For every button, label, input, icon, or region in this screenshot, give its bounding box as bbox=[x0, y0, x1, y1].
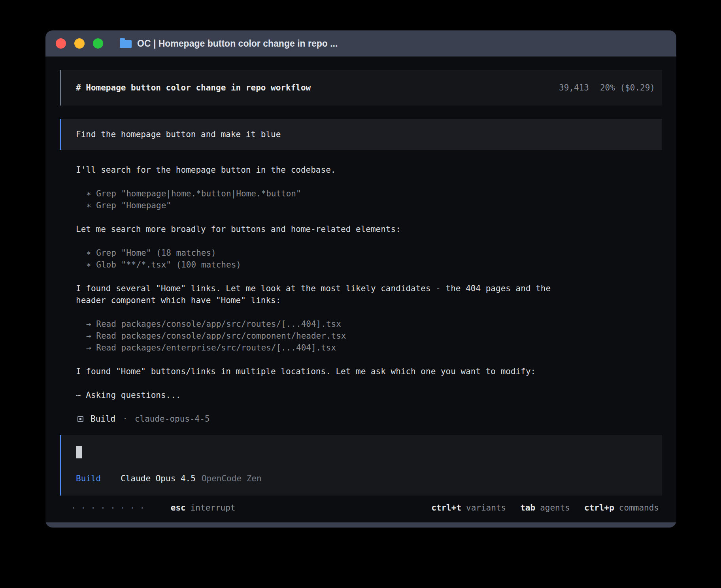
tool-call-line: → Read packages/enterprise/src/routes/[.… bbox=[76, 342, 654, 354]
maximize-window-icon[interactable] bbox=[93, 38, 103, 49]
esc-key: esc bbox=[171, 502, 186, 514]
tool-call-block: ∗ Grep "homepage|home.*button|Home.*butt… bbox=[76, 188, 654, 211]
input-meta-row: Build Claude Opus 4.5 OpenCode Zen bbox=[76, 473, 655, 484]
shortcut-key: ctrl+p bbox=[584, 502, 614, 514]
tool-call-line: → Read packages/console/app/src/routes/[… bbox=[76, 318, 654, 330]
title-group: OC | Homepage button color change in rep… bbox=[120, 38, 338, 49]
tool-call-block: → Read packages/console/app/src/routes/[… bbox=[76, 318, 654, 354]
window-bottom-edge bbox=[45, 522, 676, 528]
assistant-text-block: I found "Home" buttons/links in multiple… bbox=[76, 366, 654, 377]
shortcut-commands: ctrl+p commands bbox=[584, 502, 659, 514]
folder-icon bbox=[120, 40, 132, 48]
assistant-text-line: I found several "Home" links. Let me loo… bbox=[76, 283, 654, 294]
user-message-text: Find the homepage button and make it blu… bbox=[76, 128, 281, 140]
session-header: # Homepage button color change in repo w… bbox=[60, 70, 662, 106]
esc-shortcut: esc interrupt bbox=[171, 502, 236, 514]
tool-call-block: ∗ Grep "Home" (18 matches)∗ Glob "**/*.t… bbox=[76, 247, 654, 271]
assistant-text-block: ~ Asking questions... bbox=[76, 389, 654, 401]
agent-status-row: Build · claude-opus-4-5 bbox=[77, 413, 654, 425]
transcript: I'll search for the homepage button in t… bbox=[76, 164, 654, 401]
assistant-text-block: I found several "Home" links. Let me loo… bbox=[76, 283, 654, 306]
assistant-text-line: header component which have "Home" links… bbox=[76, 294, 654, 306]
shortcut-agents: tab agents bbox=[520, 502, 570, 514]
shortcut-variants: ctrl+t variants bbox=[431, 502, 506, 514]
prompt-input[interactable]: Build Claude Opus 4.5 OpenCode Zen bbox=[60, 435, 662, 496]
shortcut-key: ctrl+t bbox=[431, 502, 461, 514]
title-bar[interactable]: OC | Homepage button color change in rep… bbox=[45, 30, 676, 57]
terminal-content: # Homepage button color change in repo w… bbox=[45, 57, 676, 514]
token-count: 39,413 bbox=[559, 82, 589, 94]
session-title: # Homepage button color change in repo w… bbox=[76, 82, 311, 94]
input-model-label[interactable]: Claude Opus 4.5 bbox=[121, 473, 196, 484]
tool-call-line: ∗ Grep "homepage|home.*button|Home.*butt… bbox=[76, 188, 654, 200]
assistant-text-block: I'll search for the homepage button in t… bbox=[76, 164, 654, 176]
text-cursor bbox=[76, 446, 82, 458]
tool-call-line: ∗ Grep "Home" (18 matches) bbox=[76, 247, 654, 259]
assistant-text-line: I found "Home" buttons/links in multiple… bbox=[76, 366, 654, 377]
minimize-window-icon[interactable] bbox=[74, 38, 85, 49]
input-provider-label: OpenCode Zen bbox=[202, 473, 262, 484]
shortcut-label: commands bbox=[619, 502, 659, 514]
build-agent-icon bbox=[77, 416, 83, 422]
shortcut-label: agents bbox=[540, 502, 570, 514]
traffic-lights bbox=[56, 38, 103, 49]
agent-model: claude-opus-4-5 bbox=[135, 413, 210, 425]
agent-name: Build bbox=[91, 413, 115, 425]
assistant-text-line: I'll search for the homepage button in t… bbox=[76, 164, 654, 176]
shortcut-key: tab bbox=[520, 502, 535, 514]
assistant-text-block: Let me search more broadly for buttons a… bbox=[76, 223, 654, 235]
session-stats: 39,413 20% ($0.29) bbox=[559, 82, 655, 94]
context-cost: 20% ($0.29) bbox=[600, 82, 655, 94]
agent-separator: · bbox=[123, 413, 128, 425]
assistant-text-line: Let me search more broadly for buttons a… bbox=[76, 223, 654, 235]
close-window-icon[interactable] bbox=[56, 38, 66, 49]
tool-call-line: ∗ Glob "**/*.tsx" (100 matches) bbox=[76, 259, 654, 271]
terminal-window: OC | Homepage button color change in rep… bbox=[45, 30, 676, 528]
spinner-dots: ········ bbox=[71, 502, 149, 514]
shortcut-label: variants bbox=[466, 502, 506, 514]
esc-label: interrupt bbox=[191, 502, 236, 514]
shortcut-hints: ctrl+t variants tab agents ctrl+p comman… bbox=[431, 502, 659, 514]
tool-call-line: ∗ Grep "Homepage" bbox=[76, 200, 654, 211]
input-agent-label[interactable]: Build bbox=[76, 473, 101, 484]
user-message: Find the homepage button and make it blu… bbox=[60, 119, 662, 150]
status-bar: ········ esc interrupt ctrl+t variants t… bbox=[60, 501, 662, 514]
window-title: OC | Homepage button color change in rep… bbox=[137, 38, 338, 49]
tool-call-line: → Read packages/console/app/src/componen… bbox=[76, 330, 654, 342]
assistant-text-line: ~ Asking questions... bbox=[76, 389, 654, 401]
